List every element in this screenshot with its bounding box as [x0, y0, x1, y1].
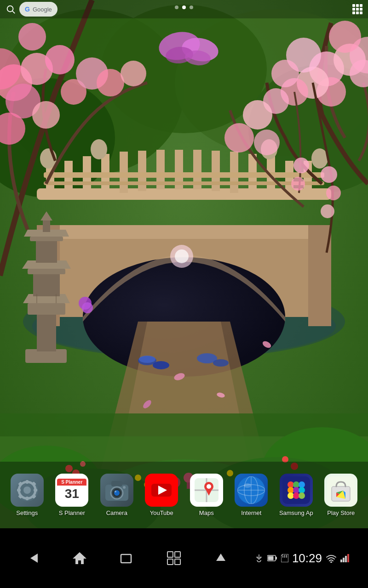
svg-point-89 [224, 123, 254, 153]
back-button[interactable] [18, 544, 46, 572]
app-item-internet[interactable]: Internet [230, 474, 272, 516]
svg-point-32 [91, 139, 107, 159]
app-icon-maps[interactable] [190, 474, 223, 507]
grid-dot [360, 4, 362, 7]
menu-button[interactable] [207, 544, 235, 572]
page-dot-3[interactable] [190, 6, 193, 9]
camera-icon-svg [103, 476, 131, 504]
svg-rect-30 [44, 181, 324, 185]
google-search-bar[interactable]: G Google [19, 2, 58, 17]
svg-rect-176 [175, 552, 180, 557]
svg-rect-126 [17, 489, 21, 492]
svg-rect-111 [30, 237, 63, 241]
svg-line-120 [12, 11, 15, 13]
svg-point-163 [288, 492, 294, 499]
svg-marker-179 [216, 554, 225, 561]
svg-point-70 [32, 101, 60, 129]
recent-apps-button[interactable] [113, 544, 140, 572]
signal-icon [340, 554, 350, 562]
svg-rect-174 [121, 554, 131, 563]
settings-icon-svg [15, 478, 39, 502]
app-dock: Settings S Planner 31 S Planner Camera [0, 462, 368, 528]
app-item-maps[interactable]: Maps [186, 474, 227, 516]
search-icon [6, 4, 16, 14]
svg-point-86 [329, 21, 361, 53]
page-dot-2[interactable] [182, 6, 186, 9]
grid-dot [352, 8, 355, 11]
calendar-header: S Planner [57, 479, 86, 486]
app-label-samsung: Samsung Ap [279, 509, 313, 516]
svg-point-88 [271, 60, 299, 87]
screenshot-button[interactable] [160, 544, 188, 572]
svg-rect-178 [175, 559, 180, 565]
svg-point-162 [299, 487, 305, 493]
svg-point-158 [293, 481, 299, 488]
svg-rect-15 [64, 161, 73, 200]
svg-rect-104 [37, 312, 56, 351]
app-label-youtube: YouTube [150, 509, 173, 516]
svg-marker-173 [73, 552, 86, 564]
grid-dot [352, 4, 355, 7]
svg-point-155 [244, 483, 251, 488]
app-icon-youtube[interactable] [145, 474, 178, 507]
home-icon [72, 550, 87, 566]
app-icon-samsung[interactable] [280, 474, 313, 507]
grid-dot [360, 11, 362, 14]
app-label-maps: Maps [199, 509, 214, 516]
svg-rect-113 [43, 220, 50, 232]
svg-rect-175 [167, 552, 173, 557]
svg-point-181 [260, 557, 261, 558]
svg-point-84 [243, 100, 272, 130]
maps-icon-svg [193, 476, 220, 504]
youtube-icon-svg [148, 476, 175, 504]
svg-rect-29 [44, 172, 324, 178]
battery-icon [267, 554, 277, 562]
page-dots [175, 6, 193, 9]
svg-point-161 [293, 487, 299, 493]
app-label-internet: Internet [241, 509, 261, 516]
app-item-samsung[interactable]: Samsung Ap [276, 474, 317, 516]
svg-rect-191 [345, 556, 347, 562]
app-icon-internet[interactable] [235, 474, 268, 507]
svg-point-157 [288, 481, 294, 488]
grid-dot [356, 8, 359, 11]
app-item-settings[interactable]: Settings [6, 474, 48, 516]
svg-point-165 [299, 492, 305, 499]
time-display: 10:29 [292, 551, 322, 565]
svg-rect-125 [26, 497, 29, 500]
svg-rect-124 [26, 480, 29, 484]
app-icon-splanner[interactable]: S Planner 31 [55, 474, 88, 507]
svg-point-94 [293, 158, 309, 173]
svg-rect-127 [34, 489, 37, 492]
app-item-splanner[interactable]: S Planner 31 S Planner [51, 474, 92, 516]
svg-point-119 [7, 6, 13, 12]
back-icon [25, 551, 40, 565]
svg-rect-192 [347, 554, 349, 562]
app-icon-playstore[interactable] [324, 474, 357, 507]
app-label-splanner: S Planner [59, 509, 85, 516]
svg-point-74 [121, 61, 146, 86]
page-dot-1[interactable] [175, 6, 178, 9]
app-icon-camera[interactable] [100, 474, 133, 507]
svg-point-148 [207, 484, 211, 489]
app-item-playstore[interactable]: Play Store [320, 474, 362, 516]
app-item-camera[interactable]: Camera [96, 474, 138, 516]
svg-point-164 [293, 492, 299, 499]
app-label-playstore: Play Store [327, 509, 355, 516]
svg-point-93 [321, 204, 334, 218]
app-label-settings: Settings [16, 509, 38, 516]
svg-point-160 [288, 487, 294, 493]
svg-point-95 [291, 177, 305, 191]
recent-apps-icon [119, 551, 134, 565]
svg-rect-133 [111, 481, 122, 486]
svg-rect-108 [28, 269, 65, 274]
app-icon-settings[interactable] [11, 474, 44, 507]
app-item-youtube[interactable]: YouTube [141, 474, 182, 516]
grid-dot [356, 4, 359, 7]
apps-grid-icon[interactable] [352, 4, 362, 14]
home-button[interactable] [66, 544, 93, 572]
internet-icon-svg [237, 476, 265, 504]
svg-point-90 [254, 130, 280, 155]
status-bar: G Google [0, 0, 368, 18]
playstore-icon-svg [327, 476, 355, 504]
